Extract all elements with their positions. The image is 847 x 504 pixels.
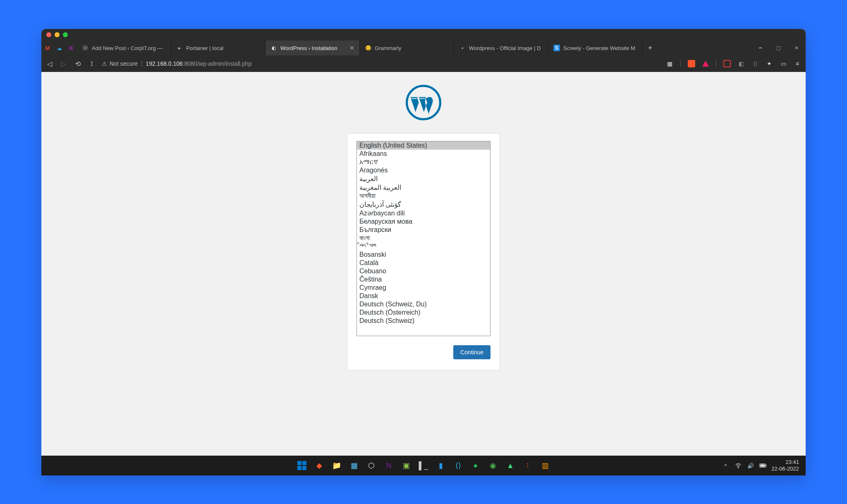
forward-button[interactable]: ▷: [60, 60, 68, 68]
language-option[interactable]: Cebuano: [357, 267, 490, 275]
app-taskbar-icon-4[interactable]: ◉: [486, 459, 500, 472]
continue-button[interactable]: Continue: [453, 345, 490, 359]
language-option[interactable]: Čeština: [357, 275, 490, 284]
extension-triangle-icon[interactable]: [701, 60, 710, 68]
language-option[interactable]: বাংলা: [357, 234, 490, 242]
close-tab-icon[interactable]: ✕: [349, 45, 354, 51]
android-studio-icon[interactable]: ▲: [504, 459, 517, 472]
language-option[interactable]: Bosanski: [357, 251, 490, 259]
language-option[interactable]: العربية: [357, 174, 490, 183]
tab-favicon: ⓦ: [82, 45, 89, 51]
language-option[interactable]: Deutsch (Österreich): [357, 308, 490, 317]
url-path: :8080/wp-admin/install.php: [183, 60, 252, 67]
tab-bar: M ☁ ⌘ ⓦAdd New Post ‹ CorpIT.org —▸Porta…: [41, 41, 806, 55]
clock-time: 23:41: [772, 459, 799, 466]
extension-red-box-icon[interactable]: [723, 60, 731, 68]
app-taskbar-icon-5[interactable]: ▥: [538, 459, 552, 472]
maximize-window-button[interactable]: [63, 32, 68, 37]
toolbar-right: ▦ | | ◧ ⟨⟩ ✦ ▭ ≡: [666, 60, 802, 68]
svg-rect-3: [760, 464, 765, 467]
extension-code-icon[interactable]: ⟨⟩: [751, 60, 759, 68]
macos-titlebar: [41, 29, 806, 41]
browser-tab[interactable]: 😊Grammarly: [360, 41, 454, 55]
battery-icon[interactable]: [759, 462, 767, 469]
clock[interactable]: 23:41 22-06-2022: [772, 459, 799, 473]
app-taskbar-icon-2[interactable]: ▣: [400, 459, 413, 472]
browser-tab[interactable]: ▪Wordpress - Official Image | D: [454, 41, 548, 55]
language-option[interactable]: Català: [357, 259, 490, 267]
onedrive-pinned-tab[interactable]: ☁: [55, 44, 63, 52]
language-option[interactable]: Deutsch (Schweiz): [357, 317, 490, 325]
language-option[interactable]: العربية المغربية: [357, 183, 490, 192]
language-option[interactable]: Cymraeg: [357, 284, 490, 292]
extension-square-icon[interactable]: ◧: [737, 60, 745, 68]
qr-icon[interactable]: ▦: [666, 60, 674, 68]
language-select[interactable]: English (United States)AfrikaansአማርኛArag…: [357, 141, 490, 336]
url-host: 192.168.0.106: [146, 60, 183, 67]
window-close-button[interactable]: ✕: [787, 41, 806, 55]
file-explorer-icon[interactable]: 📁: [330, 459, 343, 472]
start-button[interactable]: [295, 459, 309, 472]
window-minimize-button[interactable]: ━: [751, 41, 769, 55]
tab-label: Screely - Generate Website M: [563, 45, 635, 51]
browser-toolbar: ◁ ▷ ⟲ ⟟ ⚠ Not secure | 192.168.0.106:808…: [41, 55, 806, 72]
wallet-icon[interactable]: ▭: [779, 60, 787, 68]
close-window-button[interactable]: [46, 32, 51, 37]
vscode-icon[interactable]: ⟨⟩: [452, 459, 465, 472]
tab-label: WordPress › Installation: [280, 45, 337, 51]
app-taskbar-icon-1[interactable]: ▦: [347, 459, 361, 472]
new-tab-button[interactable]: +: [643, 41, 658, 55]
language-option[interactable]: English (United States): [357, 141, 490, 150]
extensions-puzzle-icon[interactable]: ✦: [765, 60, 773, 68]
app-taskbar-icon-3[interactable]: ▮: [434, 459, 447, 472]
minimize-window-button[interactable]: [55, 32, 60, 37]
tab-favicon: ◐: [270, 45, 277, 51]
language-option[interactable]: অসমীয়া: [357, 192, 490, 200]
brave-shields-icon[interactable]: [687, 60, 696, 68]
tab-label: Wordpress - Official Image | D: [469, 45, 541, 51]
back-button[interactable]: ◁: [45, 60, 54, 68]
security-label: Not secure: [110, 60, 138, 67]
tab-favicon: ▸: [176, 45, 183, 51]
language-option[interactable]: Deutsch (Schweiz, Du): [357, 300, 490, 308]
tab-favicon: 😊: [365, 45, 371, 51]
tab-favicon: S: [553, 45, 560, 51]
warning-icon: ⚠: [102, 60, 107, 67]
language-option[interactable]: Dansk: [357, 292, 490, 300]
language-option[interactable]: Afrikaans: [357, 150, 490, 158]
clock-date: 22-06-2022: [772, 466, 799, 472]
bookmark-button[interactable]: ⟟: [88, 60, 96, 68]
tab-label: Portainer | local: [186, 45, 223, 51]
figma-icon[interactable]: ⁝: [521, 459, 534, 472]
browser-tab[interactable]: ◐WordPress › Installation✕: [266, 41, 360, 55]
reload-button[interactable]: ⟲: [74, 60, 82, 68]
language-option[interactable]: Aragonés: [357, 166, 490, 174]
window-controls: ━ ▢ ✕: [751, 41, 806, 55]
spotify-icon[interactable]: ●: [469, 459, 482, 472]
window-restore-button[interactable]: ▢: [769, 41, 787, 55]
browser-tab[interactable]: ▸Portainer | local: [171, 41, 266, 55]
address-bar[interactable]: ⚠ Not secure | 192.168.0.106:8080/wp-adm…: [102, 60, 660, 67]
tray-overflow-icon[interactable]: ^: [722, 462, 730, 469]
language-option[interactable]: አማርኛ: [357, 158, 490, 166]
tab-label: Add New Post ‹ CorpIT.org —: [92, 45, 163, 51]
app-pinned-tab[interactable]: ⌘: [67, 44, 74, 52]
brave-taskbar-icon[interactable]: ◆: [313, 459, 326, 472]
terminal-icon[interactable]: ▌_: [417, 459, 430, 472]
language-option[interactable]: Беларуская мова: [357, 217, 490, 226]
wifi-icon[interactable]: [735, 462, 742, 469]
gmail-pinned-tab[interactable]: M: [44, 44, 51, 52]
svg-rect-4: [766, 465, 766, 467]
menu-icon[interactable]: ≡: [793, 60, 802, 68]
browser-tab[interactable]: SScreely - Generate Website M: [548, 41, 643, 55]
language-option[interactable]: བོད་ཡིག: [357, 242, 490, 251]
language-option[interactable]: Azərbaycan dili: [357, 209, 490, 217]
language-option[interactable]: گؤنئی آذربایجان: [357, 200, 490, 209]
virtualbox-icon[interactable]: ⬡: [365, 459, 378, 472]
windows-taskbar: ◆ 📁 ▦ ⬡ N ▣ ▌_ ▮ ⟨⟩ ● ◉ ▲ ⁝ ▥ ^ 🔊 23:41 …: [41, 456, 806, 475]
language-option[interactable]: Български: [357, 226, 490, 234]
onenote-icon[interactable]: N: [382, 459, 395, 472]
volume-icon[interactable]: 🔊: [747, 462, 754, 469]
browser-tab[interactable]: ⓦAdd New Post ‹ CorpIT.org —: [77, 41, 171, 55]
taskbar-apps: ◆ 📁 ▦ ⬡ N ▣ ▌_ ▮ ⟨⟩ ● ◉ ▲ ⁝ ▥: [295, 459, 552, 472]
